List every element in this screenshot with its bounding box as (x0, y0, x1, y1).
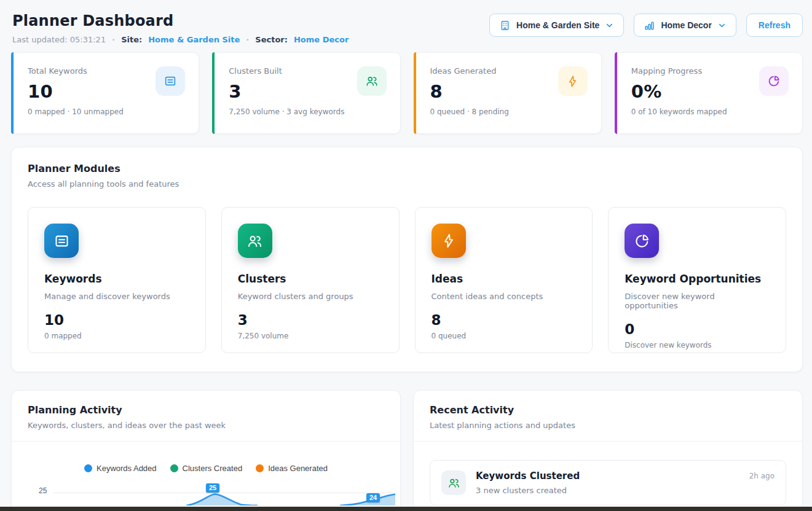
file-lines-icon (44, 224, 79, 258)
recent-activity-title: Recent Activity (430, 404, 786, 416)
module-card-keyword-opportunities[interactable]: Keyword Opportunities Discover new keywo… (608, 207, 786, 353)
header-actions: Home & Garden Site Home Decor Refresh (489, 14, 803, 37)
legend-item-keywords-added[interactable]: Keywords Added (84, 464, 157, 473)
legend-label: Clusters Created (183, 464, 243, 473)
separator-dot: · (246, 35, 249, 44)
module-caption: 7,250 volume (238, 332, 383, 340)
recent-activity-panel: Recent Activity Latest planning actions … (413, 390, 803, 511)
separator-dot: · (112, 35, 115, 44)
refresh-button[interactable]: Refresh (746, 14, 803, 37)
data-point-label: 25 (206, 483, 219, 493)
header-left: Planner Dashboard Last updated: 05:31:21… (12, 12, 349, 44)
page-header: Planner Dashboard Last updated: 05:31:21… (0, 0, 812, 44)
divider (12, 441, 400, 442)
module-caption: 0 mapped (44, 332, 189, 340)
legend-dot-icon (256, 464, 264, 472)
chart-legend: Keywords Added Clusters Created Ideas Ge… (12, 464, 400, 473)
modules-panel-title: Planner Modules (28, 163, 786, 174)
users-icon (357, 66, 387, 96)
site-selector-dropdown[interactable]: Home & Garden Site (489, 14, 624, 37)
recent-activity-header: Recent Activity Latest planning actions … (414, 391, 802, 430)
legend-label: Ideas Generated (268, 464, 328, 473)
file-lines-icon (156, 66, 185, 96)
activity-timestamp: 2h ago (749, 472, 775, 480)
planning-activity-subtitle: Keywords, clusters, and ideas over the p… (28, 421, 384, 430)
stat-card-total-keywords: Total Keywords 10 0 mapped · 10 unmapped (11, 52, 199, 134)
site-label: Site: (121, 35, 142, 44)
chevron-down-icon (717, 21, 727, 30)
module-description: Manage and discover keywords (44, 292, 189, 301)
building-icon (499, 20, 511, 31)
last-updated-text: Last updated: 05:31:21 (12, 35, 106, 44)
module-description: Discover new keyword opportunities (625, 292, 770, 310)
legend-dot-icon (84, 464, 92, 472)
recent-activity-subtitle: Latest planning actions and updates (430, 421, 786, 430)
page-subtitle-row: Last updated: 05:31:21 · Site: Home & Ga… (12, 35, 349, 44)
sector-selector-label: Home Decor (661, 20, 711, 30)
users-icon (238, 224, 272, 258)
module-value: 3 (238, 312, 383, 328)
module-description: Keyword clusters and groups (238, 292, 383, 301)
screen-bottom-bar (0, 507, 812, 511)
legend-dot-icon (170, 464, 178, 472)
activity-body: Keywords Clustered 3 new clusters create… (476, 470, 739, 495)
activity-item-keywords-clustered[interactable]: Keywords Clustered 3 new clusters create… (430, 460, 786, 505)
stat-caption: 0 queued · 8 pending (430, 107, 588, 116)
site-selector-label: Home & Garden Site (516, 20, 599, 30)
divider (414, 441, 802, 442)
bottom-row: Planning Activity Keywords, clusters, an… (11, 390, 803, 511)
legend-item-ideas-generated[interactable]: Ideas Generated (256, 464, 328, 473)
module-value: 10 (44, 312, 189, 328)
stat-caption: 0 mapped · 10 unmapped (28, 107, 185, 116)
stat-caption: 0 of 10 keywords mapped (631, 107, 789, 116)
stat-card-mapping-progress: Mapping Progress 0% 0 of 10 keywords map… (615, 52, 803, 134)
module-card-clusters[interactable]: Clusters Keyword clusters and groups 3 7… (221, 207, 400, 353)
stat-card-clusters-built: Clusters Built 3 7,250 volume · 3 avg ke… (212, 52, 400, 134)
module-card-ideas[interactable]: Ideas Content ideas and concepts 8 0 que… (415, 207, 593, 353)
activity-description: 3 new clusters created (476, 486, 739, 495)
modules-panel-subtitle: Access all planning tools and features (28, 179, 786, 189)
stat-card-ideas-generated: Ideas Generated 8 0 queued · 8 pending (414, 52, 602, 134)
chevron-down-icon (605, 21, 614, 30)
legend-item-clusters-created[interactable]: Clusters Created (170, 464, 243, 473)
sector-selector-dropdown[interactable]: Home Decor (634, 14, 736, 37)
modules-grid: Keywords Manage and discover keywords 10… (28, 207, 786, 353)
planning-activity-title: Planning Activity (28, 404, 384, 416)
module-title: Keyword Opportunities (625, 273, 770, 285)
module-description: Content ideas and concepts (432, 292, 577, 301)
stat-caption: 7,250 volume · 3 avg keywords (229, 107, 386, 116)
stats-row: Total Keywords 10 0 mapped · 10 unmapped… (11, 52, 803, 134)
pie-chart-icon (759, 66, 789, 96)
site-link[interactable]: Home & Garden Site (148, 35, 240, 44)
legend-label: Keywords Added (97, 464, 157, 473)
module-card-keywords[interactable]: Keywords Manage and discover keywords 10… (28, 207, 206, 353)
planning-activity-panel: Planning Activity Keywords, clusters, an… (11, 390, 401, 511)
y-axis-tick-25: 25 (39, 486, 47, 495)
module-caption: Discover new keywords (625, 341, 770, 349)
bar-chart-icon (644, 20, 655, 31)
module-caption: 0 queued (432, 332, 577, 340)
page-title: Planner Dashboard (12, 12, 349, 29)
module-value: 0 (625, 321, 770, 337)
keywords-added-area-chart (53, 480, 395, 505)
sector-link[interactable]: Home Decor (294, 35, 349, 44)
pie-chart-icon (625, 224, 659, 258)
users-icon (441, 470, 466, 495)
module-title: Keywords (44, 273, 189, 285)
activity-title: Keywords Clustered (476, 470, 739, 482)
planning-activity-header: Planning Activity Keywords, clusters, an… (12, 391, 400, 430)
data-point-label: 24 (366, 493, 380, 502)
module-value: 8 (432, 312, 577, 328)
sector-label: Sector: (255, 35, 288, 44)
bolt-icon (558, 66, 588, 96)
module-title: Ideas (432, 273, 577, 285)
module-title: Clusters (238, 273, 383, 285)
planner-modules-panel: Planner Modules Access all planning tool… (11, 147, 803, 372)
bolt-icon (432, 224, 466, 258)
